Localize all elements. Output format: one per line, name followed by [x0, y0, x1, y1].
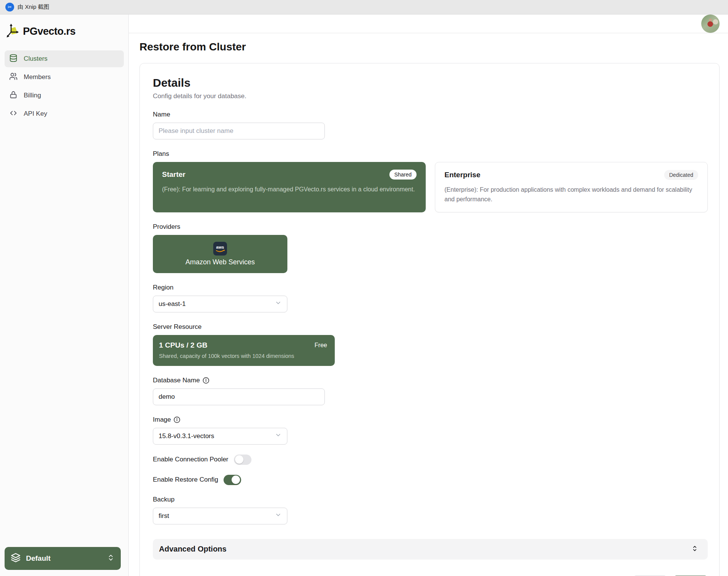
- image-label: Image: [153, 416, 708, 424]
- connection-pooler-row: Enable Connection Pooler: [153, 455, 708, 465]
- server-resource-label: Server Resource: [153, 323, 708, 331]
- resource-price-badge: Free: [315, 342, 327, 349]
- chevrons-up-down-icon: [691, 545, 699, 554]
- provider-card-aws[interactable]: aws Amazon Web Services: [153, 235, 287, 273]
- layers-icon: [11, 553, 21, 564]
- users-icon: [9, 72, 18, 83]
- resource-title: 1 CPUs / 2 GB: [159, 341, 208, 349]
- capture-bar-label: 由 Xnip 截图: [18, 3, 49, 11]
- sidebar-item-members[interactable]: Members: [5, 69, 124, 86]
- sidebar-item-api-key[interactable]: API Key: [5, 105, 124, 122]
- chevron-down-icon: [275, 511, 282, 520]
- plans-grid: Starter Shared (Free): For learning and …: [153, 162, 708, 212]
- chevron-down-icon: [275, 432, 282, 440]
- chevron-down-icon: [275, 299, 282, 308]
- image-value: 15.8-v0.3.1-vectors: [159, 432, 214, 440]
- page-title: Restore from Cluster: [139, 41, 720, 53]
- cluster-name-input[interactable]: [153, 123, 325, 139]
- main-area: Restore from Cluster Details Config deta…: [129, 15, 728, 576]
- restore-config-row: Enable Restore Config: [153, 475, 708, 485]
- sidebar: PGvecto.rs Clusters Members Billing: [0, 15, 129, 576]
- section-title: Details: [153, 76, 708, 89]
- name-label: Name: [153, 111, 708, 118]
- screenshot-capture-bar: ✂ 由 Xnip 截图: [0, 0, 728, 15]
- sidebar-item-label: Clusters: [24, 55, 47, 63]
- database-name-input[interactable]: [153, 388, 325, 405]
- section-subtitle: Config details for your database.: [153, 92, 708, 100]
- backup-label: Backup: [153, 496, 708, 503]
- scissors-icon: ✂: [5, 3, 14, 11]
- plan-badge: Shared: [389, 170, 417, 180]
- connection-pooler-toggle[interactable]: [234, 455, 251, 465]
- topbar: [129, 15, 728, 33]
- user-avatar[interactable]: [701, 15, 720, 33]
- server-resource-card[interactable]: 1 CPUs / 2 GB Free Shared, capacity of 1…: [153, 335, 335, 366]
- region-value: us-east-1: [159, 300, 186, 308]
- pgvecto-cube-icon: [6, 23, 19, 40]
- backup-value: first: [159, 512, 169, 520]
- providers-label: Providers: [153, 223, 708, 231]
- sidebar-item-clusters[interactable]: Clusters: [5, 50, 124, 67]
- svg-text:aws: aws: [216, 245, 224, 249]
- restore-config-toggle[interactable]: [224, 475, 241, 485]
- backup-select[interactable]: first: [153, 508, 287, 524]
- plan-card-enterprise[interactable]: Enterprise Dedicated (Enterprise): For p…: [435, 162, 708, 212]
- plan-name: Enterprise: [444, 171, 480, 179]
- page-content: Restore from Cluster Details Config deta…: [129, 33, 728, 576]
- restore-config-label: Enable Restore Config: [153, 476, 218, 484]
- advanced-options-label: Advanced Options: [159, 545, 227, 553]
- code-icon: [9, 109, 18, 119]
- lock-icon: [9, 91, 18, 101]
- plan-badge: Dedicated: [664, 170, 698, 180]
- database-icon: [9, 54, 18, 64]
- info-icon[interactable]: [173, 416, 180, 423]
- sidebar-item-label: Members: [24, 73, 51, 81]
- connection-pooler-label: Enable Connection Pooler: [153, 456, 229, 463]
- plan-card-starter[interactable]: Starter Shared (Free): For learning and …: [153, 162, 426, 212]
- database-name-label: Database Name: [153, 377, 708, 384]
- plan-description: (Free): For learning and exploring fully…: [162, 185, 417, 194]
- aws-icon: aws: [213, 242, 227, 256]
- sidebar-item-billing[interactable]: Billing: [5, 87, 124, 104]
- workspace-name: Default: [26, 554, 102, 563]
- region-label: Region: [153, 284, 708, 291]
- resource-description: Shared, capacity of 100k vectors with 10…: [159, 353, 327, 359]
- plan-name: Starter: [162, 170, 185, 179]
- sidebar-item-label: API Key: [24, 110, 47, 118]
- sidebar-item-label: Billing: [24, 92, 41, 99]
- image-select[interactable]: 15.8-v0.3.1-vectors: [153, 428, 287, 445]
- brand-name: PGvecto.rs: [23, 26, 76, 37]
- chevrons-up-down-icon: [107, 554, 115, 563]
- details-card: Details Config details for your database…: [139, 63, 720, 576]
- plan-description: (Enterprise): For production application…: [444, 185, 698, 204]
- workspace-selector[interactable]: Default: [5, 547, 121, 570]
- advanced-options-toggle[interactable]: Advanced Options: [153, 539, 708, 560]
- info-icon[interactable]: [203, 377, 209, 384]
- provider-name: Amazon Web Services: [185, 258, 255, 266]
- plans-label: Plans: [153, 150, 708, 158]
- sidebar-nav: Clusters Members Billing API Key: [0, 47, 128, 125]
- region-select[interactable]: us-east-1: [153, 296, 287, 312]
- brand-logo[interactable]: PGvecto.rs: [0, 15, 128, 47]
